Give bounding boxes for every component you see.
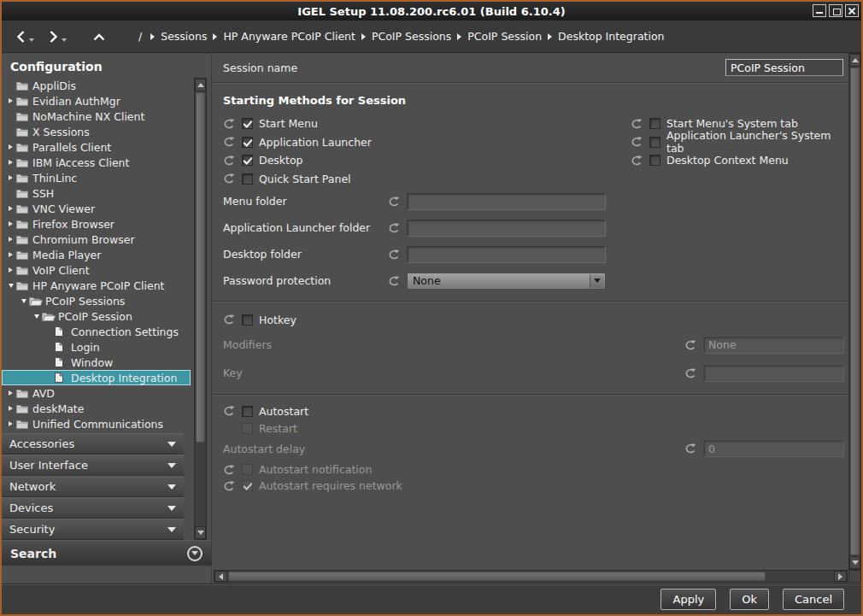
reset-icon[interactable] (223, 173, 236, 184)
sidebar-item-vnc-viewer[interactable]: VNC Viewer (2, 201, 191, 216)
dropdown-arrow-button[interactable] (590, 274, 604, 288)
sidebar-item-connection-settings[interactable]: Connection Settings (2, 324, 191, 339)
sidebar-item-avd[interactable]: AVD (2, 385, 191, 401)
breadcrumb-item-pcoip-session[interactable]: PCoIP Session (467, 30, 542, 43)
chevron-right-icon[interactable] (5, 390, 16, 396)
reset-icon[interactable] (223, 119, 236, 129)
sidebar-scrollbar[interactable] (194, 78, 207, 540)
sidebar-item-ssh[interactable]: SSH (2, 185, 191, 201)
scrollbar-thumb[interactable] (196, 92, 205, 443)
restore-button[interactable] (829, 4, 842, 17)
reset-icon[interactable] (631, 155, 643, 166)
breadcrumb-item-desktop-integration[interactable]: Desktop Integration (558, 30, 664, 43)
sidebar-item-login[interactable]: Login (2, 339, 191, 355)
chevron-right-icon[interactable] (5, 144, 16, 150)
scroll-down-button[interactable] (195, 526, 206, 539)
sidebar-item-nomachine-nx-client[interactable]: NoMachine NX Client (2, 109, 191, 124)
search-expand-icon[interactable] (187, 546, 203, 561)
chevron-right-icon[interactable] (5, 221, 16, 226)
sidebar-category-accessories[interactable]: Accessories (2, 433, 184, 455)
chevron-right-icon[interactable] (5, 160, 16, 165)
reset-icon[interactable] (388, 223, 401, 233)
sidebar-item-applidis[interactable]: AppliDis (2, 78, 191, 93)
application-launcher-checkbox[interactable] (242, 137, 253, 148)
application-launcher-s-system-tab-checkbox[interactable] (649, 137, 660, 148)
reset-icon[interactable] (631, 119, 643, 129)
chevron-down-icon[interactable] (31, 314, 42, 319)
chevron-right-icon[interactable] (5, 206, 16, 211)
sidebar-category-devices[interactable]: Devices (2, 497, 184, 519)
reset-icon[interactable] (388, 276, 401, 286)
desktop-folder-input[interactable] (407, 246, 606, 263)
reset-icon[interactable] (223, 155, 236, 166)
sidebar-item-thinlinc[interactable]: ThinLinc (2, 170, 191, 185)
chevron-right-icon[interactable] (5, 98, 16, 103)
sidebar-item-ibm-iaccess-client[interactable]: IBM iAccess Client (2, 155, 191, 170)
sidebar-item-desktop-integration[interactable]: Desktop Integration (2, 370, 191, 385)
reset-icon[interactable] (223, 137, 236, 147)
application-launcher-folder-input[interactable] (407, 220, 606, 237)
chevron-right-icon[interactable] (5, 406, 16, 411)
chevron-right-icon[interactable] (5, 267, 16, 273)
sidebar-item-x-sessions[interactable]: X Sessions (2, 124, 191, 139)
titlebar[interactable]: IGEL Setup 11.08.200.rc6.01 (Build 6.10.… (2, 2, 861, 21)
session-name-input[interactable] (725, 59, 843, 76)
sidebar-category-security[interactable]: Security (2, 519, 184, 540)
scroll-up-button[interactable] (195, 79, 206, 91)
sidebar-item-window[interactable]: Window (2, 355, 191, 370)
start-menu-s-system-tab-checkbox[interactable] (649, 118, 660, 129)
scroll-right-button[interactable] (834, 571, 847, 582)
forward-history-caret-icon[interactable] (62, 38, 67, 42)
reset-icon[interactable] (631, 137, 643, 147)
chevron-down-icon[interactable] (18, 299, 29, 303)
scrollbar-thumb[interactable] (228, 572, 766, 581)
reset-icon[interactable] (388, 197, 401, 207)
menu-folder-input[interactable] (407, 193, 606, 210)
cancel-button[interactable]: Cancel (783, 589, 844, 610)
main-vertical-scrollbar[interactable] (848, 53, 861, 570)
main-horizontal-scrollbar[interactable] (214, 570, 848, 583)
minimize-button[interactable] (813, 4, 826, 17)
sidebar-item-firefox-browser[interactable]: Firefox Browser (2, 216, 191, 232)
start-menu-checkbox[interactable] (242, 118, 253, 129)
sidebar-item-media-player[interactable]: Media Player (2, 247, 191, 262)
reset-icon[interactable] (388, 249, 401, 260)
sidebar-item-unified-communications[interactable]: Unified Communications (2, 416, 191, 431)
sidebar-item-chromium-browser[interactable]: Chromium Browser (2, 232, 191, 247)
sidebar-item-pcoip-session[interactable]: PCoIP Session (2, 308, 191, 324)
autostart-checkbox[interactable] (242, 406, 253, 417)
sidebar-item-evidian-authmgr[interactable]: Evidian AuthMgr (2, 93, 191, 109)
quick-start-panel-checkbox[interactable] (242, 173, 253, 185)
chevron-down-icon[interactable] (5, 284, 16, 288)
ok-button[interactable]: Ok (730, 589, 769, 610)
forward-button[interactable] (48, 30, 67, 44)
sidebar-item-pcoip-sessions[interactable]: PCoIP Sessions (2, 293, 191, 308)
back-history-caret-icon[interactable] (29, 38, 34, 42)
chevron-right-icon[interactable] (5, 237, 16, 242)
scroll-down-button[interactable] (849, 556, 860, 569)
sidebar-category-user-interface[interactable]: User Interface (2, 455, 184, 476)
apply-button[interactable]: Apply (660, 589, 716, 610)
password-protection-select[interactable]: None (407, 273, 606, 290)
sidebar-item-parallels-client[interactable]: Parallels Client (2, 139, 191, 155)
chevron-right-icon[interactable] (5, 421, 16, 426)
breadcrumb-item-sessions[interactable]: Sessions (161, 30, 207, 43)
scroll-left-button[interactable] (214, 571, 227, 582)
breadcrumb-root[interactable]: / (138, 30, 142, 43)
back-button[interactable] (15, 30, 34, 44)
breadcrumb-item-hp-anyware-pcoip-client[interactable]: HP Anyware PCoIP Client (223, 30, 355, 43)
sidebar-item-hp-anyware-pcoip-client[interactable]: HP Anyware PCoIP Client (2, 278, 191, 293)
chevron-right-icon[interactable] (5, 175, 16, 180)
sidebar-search[interactable]: Search (2, 540, 211, 566)
hotkey-checkbox[interactable] (242, 314, 253, 326)
sidebar-category-network[interactable]: Network (2, 476, 184, 497)
up-button[interactable] (92, 32, 106, 42)
desktop-context-menu-checkbox[interactable] (649, 155, 660, 166)
reset-icon[interactable] (223, 406, 236, 416)
desktop-checkbox[interactable] (242, 155, 253, 166)
sidebar-item-deskmate[interactable]: deskMate (2, 401, 191, 416)
breadcrumb-item-pcoip-sessions[interactable]: PCoIP Sessions (372, 30, 451, 43)
scrollbar-thumb[interactable] (850, 67, 860, 555)
close-button[interactable] (845, 4, 859, 17)
reset-icon[interactable] (223, 314, 236, 325)
